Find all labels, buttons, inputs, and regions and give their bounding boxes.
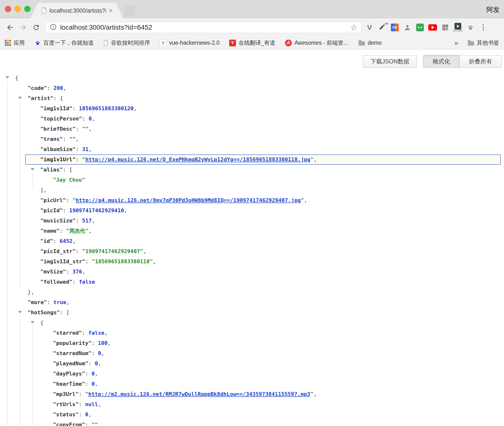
json-token-p: :: [53, 95, 60, 101]
collapse-toggle-icon[interactable]: [18, 97, 22, 99]
json-token-key: "picUrl": [40, 197, 66, 203]
collapse-toggle-icon[interactable]: [31, 321, 34, 324]
json-token-key: "picId_str": [40, 248, 76, 254]
json-line: {: [0, 73, 504, 83]
browser-menu-icon[interactable]: [478, 21, 488, 34]
page-favicon-icon: [41, 7, 47, 15]
paw-extension-icon[interactable]: [465, 21, 476, 34]
json-url-link[interactable]: http://m2.music.126.net/RMJR7wDullRqppBk…: [88, 391, 310, 397]
bookmark-star-icon[interactable]: ☆: [350, 23, 357, 32]
tab-close-icon[interactable]: ×: [109, 7, 113, 14]
json-token-key: "more": [28, 299, 47, 305]
collapse-toggle-icon[interactable]: [31, 168, 34, 170]
bookmark-demo-folder[interactable]: demo: [359, 40, 382, 46]
json-url-link[interactable]: http://p4.music.126.net/Q_ExePNkmqB2yWyL…: [85, 156, 310, 162]
json-token-num: 100: [98, 340, 108, 346]
json-token-num: 0: [98, 350, 101, 356]
json-token-p: :: [88, 360, 95, 366]
json-token-p: ,: [153, 258, 156, 264]
json-token-p: :: [47, 85, 53, 91]
vimium-extension-icon[interactable]: V: [364, 21, 375, 34]
json-line: "picUrl": "http://p4.music.126.net/8mv7q…: [0, 195, 504, 205]
bookmark-awesomes[interactable]: A Awesomes - 前端资…: [285, 39, 349, 47]
fehelper-extension-icon[interactable]: FE: [389, 21, 400, 34]
profile-extension-icon[interactable]: [402, 21, 413, 34]
json-token-p: ,: [314, 156, 317, 162]
other-bookmarks[interactable]: 其他书签: [468, 39, 499, 47]
collapse-toggle-icon[interactable]: [18, 311, 22, 313]
json-token-key: "img1v1Id_str": [40, 258, 85, 264]
json-token-key: "hotSongs": [28, 309, 60, 315]
json-line: ],: [0, 185, 504, 195]
bookmark-baidu[interactable]: 百度一下，你就知道: [34, 39, 94, 47]
json-line: "picId": 19097417462929410,: [0, 205, 504, 216]
collapse-all-button[interactable]: 折叠所有: [460, 55, 502, 68]
json-token-str: "": [69, 136, 76, 142]
json-line: "albumSize": 31,: [0, 144, 504, 154]
youtube-extension-icon[interactable]: [427, 21, 438, 34]
page-info-icon[interactable]: [50, 23, 57, 32]
json-token-p: [: [66, 309, 69, 315]
new-tab-button[interactable]: [123, 5, 137, 17]
forward-button[interactable]: [17, 21, 30, 34]
page-content: 下载JSON数据 格式化 折叠所有 {"code": 200,"artist":…: [0, 50, 504, 426]
minimize-window-button[interactable]: [15, 6, 21, 12]
address-bar[interactable]: localhost:3000/artists?id=6452 ☆: [46, 22, 361, 33]
url-text[interactable]: localhost:3000/artists?id=6452: [60, 24, 350, 31]
bookmark-apps[interactable]: 应用: [5, 39, 25, 47]
json-token-key: "followed": [40, 279, 72, 285]
forward-arrow-icon: [19, 23, 27, 32]
json-token-p: :: [63, 207, 69, 213]
bookmark-google-sort[interactable]: 谷歌按时间排序: [103, 39, 150, 47]
translate-extension-icon[interactable]: en: [377, 21, 387, 34]
json-token-p: ,: [313, 391, 317, 397]
json-url-link[interactable]: http://p4.music.126.net/8mv7qP30Pd3oHW8b…: [76, 197, 301, 203]
json-token-p: ,: [104, 330, 108, 336]
close-window-button[interactable]: [5, 6, 11, 12]
json-line: "status": 0,: [0, 409, 504, 420]
json-token-key: "musicSize": [40, 218, 76, 224]
json-token-p: ,: [63, 85, 66, 91]
back-button[interactable]: [3, 21, 17, 34]
play-icon: [428, 24, 437, 31]
json-line: "popularity": 100,: [0, 338, 504, 348]
json-line: "trans": "",: [0, 134, 504, 144]
translate-lang-badge: en: [385, 22, 388, 25]
bookmark-vue-hackernews[interactable]: V vue-hackernews-2.0: [160, 40, 219, 46]
green-shield-extension-icon[interactable]: [415, 21, 425, 34]
format-button[interactable]: 格式化: [423, 55, 460, 68]
json-token-p: :: [47, 299, 53, 305]
json-token-p: ,: [66, 299, 69, 305]
json-token-key: "id": [40, 238, 53, 244]
reload-button[interactable]: [30, 21, 43, 34]
collapse-toggle-icon[interactable]: [5, 76, 9, 79]
json-token-num: 6452: [59, 238, 72, 244]
bookmarks-overflow-icon[interactable]: »: [454, 39, 458, 47]
bookmarks-bar: 应用 百度一下，你就知道 谷歌按时间排序 V vue-hackernews-2.…: [0, 36, 504, 50]
qr-code-extension-icon[interactable]: [440, 21, 451, 34]
json-token-p: :: [85, 258, 92, 264]
player-play-icon: [454, 23, 461, 30]
profile-name[interactable]: 阿发: [487, 5, 500, 14]
json-token-p: :: [76, 248, 82, 254]
json-token-p: :: [85, 371, 92, 377]
json-token-key: "playedNum": [53, 360, 88, 366]
apps-grid-icon: [5, 40, 11, 46]
json-token-p: ,: [82, 269, 85, 275]
json-token-p: :: [92, 340, 98, 346]
json-token-p: ],: [40, 187, 47, 193]
json-token-num: 0: [89, 116, 92, 122]
download-json-button[interactable]: 下载JSON数据: [363, 55, 417, 68]
json-token-p: ,: [95, 381, 98, 387]
json-token-p: ,: [89, 126, 92, 132]
bookmark-youdao[interactable]: Y 在线翻译_有道: [229, 39, 275, 47]
json-token-num: 376: [72, 269, 82, 275]
json-token-key: "dayPlays": [53, 371, 85, 377]
player-extension-icon[interactable]: PLAYER: [453, 21, 463, 34]
json-line: "mvSize": 376,: [0, 267, 504, 277]
json-token-p: :: [66, 269, 73, 275]
browser-tab[interactable]: localhost:3000/artists?id=645 ×: [31, 3, 123, 18]
zoom-window-button[interactable]: [24, 6, 31, 12]
json-line: {: [0, 318, 504, 328]
json-token-q: ": [310, 391, 313, 397]
